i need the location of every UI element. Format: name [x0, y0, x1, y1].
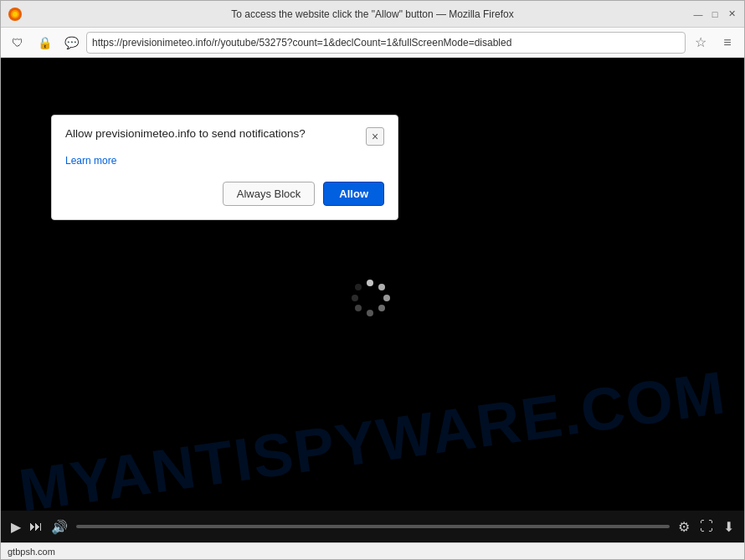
page-content: MYANTISPYWARE.COM ▶ ⏭ 🔊 ⚙ — [1, 58, 744, 542]
play-button[interactable]: ▶ — [11, 519, 21, 535]
allow-button[interactable]: Allow — [323, 182, 384, 206]
status-bar: gtbpsh.com — [1, 542, 744, 559]
skip-button[interactable]: ⏭ — [29, 519, 43, 534]
svg-point-2 — [13, 12, 18, 17]
volume-button[interactable]: 🔊 — [51, 519, 68, 535]
toolbar: 🛡 🔒 💬 https://previsionimeteo.info/r/you… — [1, 28, 744, 58]
title-bar-left — [8, 7, 23, 22]
popup-title: Allow previsionimeteo.info to send notif… — [65, 127, 366, 140]
status-text: gtbpsh.com — [8, 547, 55, 557]
browser-title: To access the website click the "Allow" … — [231, 8, 513, 20]
fullscreen-icon[interactable]: ⛶ — [700, 519, 713, 534]
popup-header: Allow previsionimeteo.info to send notif… — [65, 127, 384, 146]
settings-icon[interactable]: ⚙ — [678, 519, 690, 535]
loading-spinner — [352, 280, 393, 321]
video-progress-bar[interactable] — [76, 525, 670, 528]
notification-popup: Allow previsionimeteo.info to send notif… — [51, 115, 398, 220]
popup-close-button[interactable]: × — [366, 127, 384, 146]
learn-more-link[interactable]: Learn more — [65, 155, 116, 167]
spinner — [352, 280, 393, 321]
info-icon[interactable]: 💬 — [59, 31, 83, 54]
firefox-logo-icon — [8, 7, 23, 22]
title-bar: To access the website click the "Allow" … — [1, 1, 744, 28]
address-bar[interactable]: https://previsionimeteo.info/r/youtube/5… — [86, 32, 686, 54]
lock-icon[interactable]: 🔒 — [33, 31, 56, 54]
watermark: MYANTISPYWARE.COM — [1, 356, 744, 527]
video-right-controls: ⚙ ⛶ ⬇ — [678, 519, 734, 535]
minimize-button[interactable]: — — [692, 8, 704, 20]
video-controls-bar: ▶ ⏭ 🔊 ⚙ ⛶ ⬇ — [1, 511, 744, 542]
maximize-button[interactable]: □ — [709, 8, 721, 20]
window-controls: — □ ✕ — [692, 8, 737, 20]
url-text: https://previsionimeteo.info/r/youtube/5… — [92, 37, 680, 49]
close-button[interactable]: ✕ — [726, 8, 737, 20]
bookmark-icon[interactable]: ☆ — [689, 31, 712, 54]
always-block-button[interactable]: Always Block — [223, 182, 316, 206]
download-icon[interactable]: ⬇ — [723, 519, 734, 535]
menu-icon[interactable]: ≡ — [716, 31, 739, 54]
watermark-text: MYANTISPYWARE.COM — [15, 357, 731, 525]
browser-frame: To access the website click the "Allow" … — [0, 0, 745, 560]
popup-buttons: Always Block Allow — [65, 182, 384, 206]
shield-icon[interactable]: 🛡 — [6, 31, 29, 54]
